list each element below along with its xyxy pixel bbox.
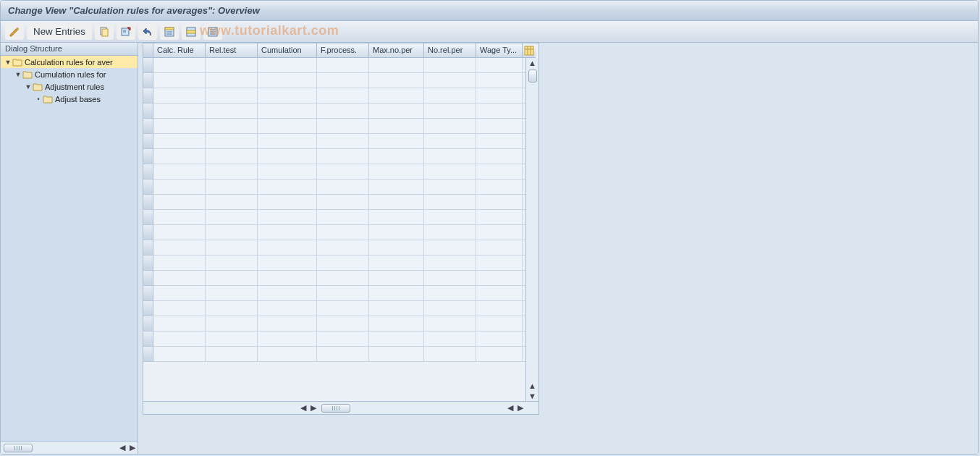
table-cell[interactable] [476, 88, 523, 103]
table-cell[interactable] [369, 134, 424, 148]
table-cell[interactable] [424, 316, 476, 331]
table-cell[interactable] [476, 73, 523, 88]
table-cell[interactable] [258, 240, 317, 255]
table-cell[interactable] [476, 164, 523, 179]
row-selector[interactable] [143, 149, 153, 164]
table-cell[interactable] [258, 73, 317, 88]
table-row[interactable] [153, 104, 525, 119]
table-cell[interactable] [258, 149, 317, 164]
table-cell[interactable] [317, 347, 369, 361]
table-row[interactable] [153, 119, 525, 134]
table-cell[interactable] [317, 104, 369, 118]
table-cell[interactable] [369, 301, 424, 316]
row-selector[interactable] [143, 88, 153, 104]
table-cell[interactable] [153, 164, 206, 179]
table-cell[interactable] [369, 271, 424, 285]
table-cell[interactable] [258, 225, 317, 240]
arrow-left-icon[interactable]: ◀ [117, 443, 127, 453]
table-cell[interactable] [206, 73, 258, 88]
select-all-icon[interactable] [160, 24, 179, 40]
table-cell[interactable] [424, 195, 476, 209]
row-selector[interactable] [143, 73, 153, 88]
table-cell[interactable] [206, 210, 258, 224]
table-cell[interactable] [424, 73, 476, 88]
collapse-icon[interactable]: ▼ [24, 83, 33, 90]
table-cell[interactable] [476, 58, 523, 72]
table-cell[interactable] [206, 316, 258, 331]
arrow-up-icon[interactable]: ▲ [526, 381, 538, 391]
table-row[interactable] [153, 301, 525, 316]
toggle-change-icon[interactable] [5, 24, 24, 40]
table-cell[interactable] [424, 149, 476, 164]
table-cell[interactable] [258, 316, 317, 331]
table-cell[interactable] [369, 104, 424, 118]
table-row[interactable] [153, 134, 525, 149]
vertical-scrollbar[interactable]: ▲ ▲ ▼ [525, 58, 538, 401]
table-cell[interactable] [476, 180, 523, 194]
table-cell[interactable] [317, 240, 369, 255]
table-cell[interactable] [153, 256, 206, 270]
table-cell[interactable] [424, 164, 476, 179]
table-cell[interactable] [258, 88, 317, 103]
table-cell[interactable] [369, 195, 424, 209]
table-cell[interactable] [317, 164, 369, 179]
table-cell[interactable] [317, 225, 369, 240]
table-cell[interactable] [476, 286, 523, 300]
table-cell[interactable] [369, 347, 424, 361]
table-cell[interactable] [424, 180, 476, 194]
row-selector[interactable] [143, 164, 153, 180]
table-cell[interactable] [476, 301, 523, 316]
table-row[interactable] [153, 58, 525, 73]
arrow-right-icon[interactable]: ▶ [515, 403, 525, 413]
table-cell[interactable] [424, 225, 476, 240]
table-cell[interactable] [476, 119, 523, 133]
table-cell[interactable] [153, 58, 206, 72]
tree-node[interactable]: ▼Calculation rules for aver [1, 56, 138, 68]
table-cell[interactable] [476, 104, 523, 118]
row-selector[interactable] [143, 286, 153, 301]
row-selector[interactable] [143, 119, 153, 134]
table-cell[interactable] [153, 134, 206, 148]
scrollbar-thumb[interactable] [528, 69, 537, 83]
deselect-all-icon[interactable] [203, 24, 222, 40]
table-cell[interactable] [317, 73, 369, 88]
table-cell[interactable] [153, 347, 206, 361]
sidebar-scrollbar[interactable]: ◀ ▶ [1, 441, 138, 454]
table-cell[interactable] [258, 119, 317, 133]
table-cell[interactable] [369, 149, 424, 164]
table-row[interactable] [153, 210, 525, 225]
row-selector[interactable] [143, 58, 153, 73]
table-cell[interactable] [317, 301, 369, 316]
table-cell[interactable] [424, 256, 476, 270]
table-cell[interactable] [424, 347, 476, 361]
col-rel-test[interactable]: Rel.test [206, 43, 258, 58]
table-cell[interactable] [476, 210, 523, 224]
horizontal-scrollbar[interactable]: ◀ ▶ ◀ ▶ [143, 401, 538, 414]
table-cell[interactable] [258, 286, 317, 300]
table-cell[interactable] [153, 210, 206, 224]
copy-icon[interactable] [95, 24, 114, 40]
table-cell[interactable] [317, 316, 369, 331]
table-cell[interactable] [206, 286, 258, 300]
table-cell[interactable] [206, 104, 258, 118]
new-entries-button[interactable]: New Entries [27, 24, 92, 40]
collapse-icon[interactable]: ▼ [4, 59, 12, 66]
table-cell[interactable] [369, 58, 424, 72]
table-cell[interactable] [206, 149, 258, 164]
table-cell[interactable] [153, 88, 206, 103]
table-cell[interactable] [153, 149, 206, 164]
table-cell[interactable] [424, 286, 476, 300]
table-cell[interactable] [153, 73, 206, 88]
row-selector[interactable] [143, 195, 153, 210]
table-cell[interactable] [153, 104, 206, 118]
table-cell[interactable] [206, 225, 258, 240]
table-cell[interactable] [206, 134, 258, 148]
table-cell[interactable] [424, 134, 476, 148]
table-cell[interactable] [206, 180, 258, 194]
collapse-icon[interactable]: ▼ [14, 71, 22, 78]
table-cell[interactable] [476, 225, 523, 240]
arrow-right-icon[interactable]: ▶ [127, 443, 138, 453]
row-selector[interactable] [143, 301, 153, 316]
table-cell[interactable] [476, 347, 523, 361]
row-selector[interactable] [143, 225, 153, 240]
